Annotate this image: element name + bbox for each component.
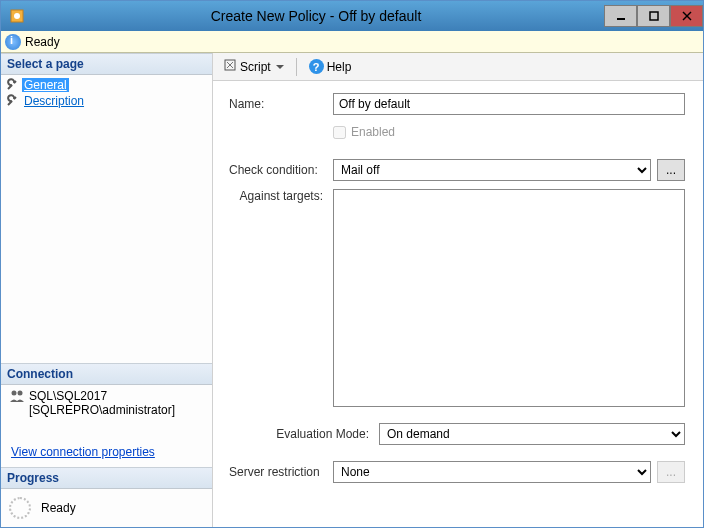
toolbar-separator <box>296 58 297 76</box>
evaluation-mode-label: Evaluation Mode: <box>219 427 379 441</box>
sidebar-item-label: Description <box>22 94 86 108</box>
maximize-button[interactable] <box>637 5 670 27</box>
enabled-label: Enabled <box>351 125 395 139</box>
select-page-header: Select a page <box>1 53 212 75</box>
info-icon <box>5 34 21 50</box>
connection-server: SQL\SQL2017 <box>29 389 175 403</box>
svg-point-1 <box>14 13 20 19</box>
evaluation-mode-select[interactable]: On demand <box>379 423 685 445</box>
help-label: Help <box>327 60 352 74</box>
server-restriction-label: Server restriction <box>219 465 333 479</box>
name-input[interactable] <box>333 93 685 115</box>
name-label: Name: <box>219 97 333 111</box>
toolbar: Script ? Help <box>213 53 703 81</box>
enabled-checkbox <box>333 126 346 139</box>
view-connection-link[interactable]: View connection properties <box>11 445 202 459</box>
spinner-icon <box>9 497 31 519</box>
minimize-button[interactable] <box>604 5 637 27</box>
sidebar-item-description[interactable]: Description <box>1 93 212 109</box>
connection-header: Connection <box>1 363 212 385</box>
connection-user: [SQLREPRO\administrator] <box>29 403 175 417</box>
dialog-window: Create New Policy - Off by default Ready… <box>0 0 704 528</box>
script-icon <box>223 58 237 75</box>
wrench-icon <box>5 78 19 92</box>
svg-point-7 <box>18 391 23 396</box>
chevron-down-icon <box>276 65 284 69</box>
people-icon <box>9 389 25 403</box>
sidebar: Select a page General Description Connec… <box>1 53 213 527</box>
title-bar: Create New Policy - Off by default <box>1 1 703 31</box>
svg-line-4 <box>683 12 691 20</box>
against-targets-box[interactable] <box>333 189 685 407</box>
server-restriction-browse-button: ... <box>657 461 685 483</box>
svg-line-5 <box>683 12 691 20</box>
check-condition-select[interactable]: Mail off <box>333 159 651 181</box>
sidebar-item-label: General <box>22 78 69 92</box>
help-icon: ? <box>309 59 324 74</box>
svg-point-6 <box>12 391 17 396</box>
svg-rect-3 <box>650 12 658 20</box>
help-button[interactable]: ? Help <box>305 57 356 76</box>
close-button[interactable] <box>670 5 703 27</box>
progress-text: Ready <box>41 501 76 515</box>
check-condition-label: Check condition: <box>219 163 333 177</box>
against-targets-label: Against targets: <box>219 189 333 203</box>
sidebar-item-general[interactable]: General <box>1 77 212 93</box>
check-condition-browse-button[interactable]: ... <box>657 159 685 181</box>
status-text: Ready <box>25 35 60 49</box>
app-icon <box>6 5 28 27</box>
status-bar: Ready <box>1 31 703 53</box>
script-label: Script <box>240 60 271 74</box>
progress-header: Progress <box>1 467 212 489</box>
wrench-icon <box>5 94 19 108</box>
main-panel: Script ? Help Name: Enab <box>213 53 703 527</box>
form-area: Name: Enabled Check condition: Mail off <box>213 81 703 527</box>
server-restriction-select[interactable]: None <box>333 461 651 483</box>
window-title: Create New Policy - Off by default <box>28 8 604 24</box>
script-button[interactable]: Script <box>219 56 288 77</box>
